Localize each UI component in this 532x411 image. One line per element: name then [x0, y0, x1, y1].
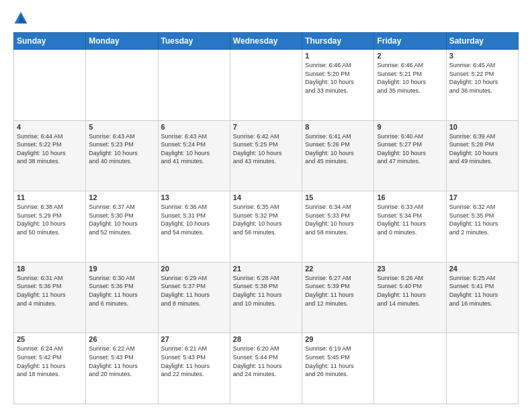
day-info: Sunrise: 6:46 AM Sunset: 5:20 PM Dayligh… [305, 61, 371, 95]
day-info: Sunrise: 6:34 AM Sunset: 5:33 PM Dayligh… [305, 203, 371, 236]
calendar-cell: 11Sunrise: 6:38 AM Sunset: 5:29 PM Dayli… [14, 191, 86, 263]
day-info: Sunrise: 6:40 AM Sunset: 5:27 PM Dayligh… [377, 132, 443, 166]
calendar-cell: 22Sunrise: 6:27 AM Sunset: 5:39 PM Dayli… [302, 262, 374, 333]
day-info: Sunrise: 6:25 AM Sunset: 5:41 PM Dayligh… [449, 274, 515, 308]
logo [13, 11, 31, 26]
day-number: 7 [233, 123, 299, 131]
calendar-cell: 19Sunrise: 6:30 AM Sunset: 5:36 PM Dayli… [86, 262, 158, 333]
day-number: 15 [305, 193, 371, 201]
weekday-header-sunday: Sunday [14, 33, 86, 50]
weekday-header-wednesday: Wednesday [230, 33, 302, 50]
week-row-3: 18Sunrise: 6:31 AM Sunset: 5:36 PM Dayli… [14, 262, 519, 333]
calendar-cell: 21Sunrise: 6:28 AM Sunset: 5:38 PM Dayli… [230, 262, 302, 333]
day-info: Sunrise: 6:46 AM Sunset: 5:21 PM Dayligh… [377, 61, 443, 95]
day-info: Sunrise: 6:21 AM Sunset: 5:43 PM Dayligh… [161, 345, 227, 378]
logo-icon [13, 11, 28, 26]
day-number: 25 [17, 335, 83, 343]
calendar-cell: 1Sunrise: 6:46 AM Sunset: 5:20 PM Daylig… [302, 50, 374, 121]
day-number: 13 [161, 193, 227, 201]
header [13, 11, 519, 26]
day-info: Sunrise: 6:30 AM Sunset: 5:36 PM Dayligh… [89, 274, 154, 308]
day-info: Sunrise: 6:22 AM Sunset: 5:43 PM Dayligh… [89, 345, 154, 378]
day-info: Sunrise: 6:44 AM Sunset: 5:22 PM Dayligh… [17, 132, 83, 166]
calendar-cell: 18Sunrise: 6:31 AM Sunset: 5:36 PM Dayli… [14, 262, 86, 333]
calendar-cell: 17Sunrise: 6:32 AM Sunset: 5:35 PM Dayli… [446, 191, 518, 263]
calendar-cell: 25Sunrise: 6:24 AM Sunset: 5:42 PM Dayli… [14, 333, 86, 404]
week-row-4: 25Sunrise: 6:24 AM Sunset: 5:42 PM Dayli… [14, 333, 519, 404]
day-number: 8 [305, 123, 371, 131]
calendar-cell [158, 50, 230, 121]
weekday-header-thursday: Thursday [302, 33, 374, 50]
day-number: 5 [89, 123, 154, 131]
day-number: 12 [89, 193, 154, 201]
day-number: 26 [89, 335, 154, 343]
day-number: 18 [17, 265, 83, 273]
week-row-0: 1Sunrise: 6:46 AM Sunset: 5:20 PM Daylig… [14, 50, 519, 121]
day-info: Sunrise: 6:32 AM Sunset: 5:35 PM Dayligh… [449, 203, 515, 236]
calendar-cell: 28Sunrise: 6:20 AM Sunset: 5:44 PM Dayli… [230, 333, 302, 404]
calendar-cell: 23Sunrise: 6:26 AM Sunset: 5:40 PM Dayli… [374, 262, 446, 333]
day-number: 14 [233, 193, 299, 201]
day-number: 9 [377, 123, 443, 131]
calendar-cell: 10Sunrise: 6:39 AM Sunset: 5:28 PM Dayli… [446, 120, 518, 191]
day-number: 2 [377, 52, 443, 60]
day-info: Sunrise: 6:31 AM Sunset: 5:36 PM Dayligh… [17, 274, 83, 308]
day-number: 27 [161, 335, 227, 343]
day-info: Sunrise: 6:36 AM Sunset: 5:31 PM Dayligh… [161, 203, 227, 236]
calendar-cell: 7Sunrise: 6:42 AM Sunset: 5:25 PM Daylig… [230, 120, 302, 191]
day-info: Sunrise: 6:26 AM Sunset: 5:40 PM Dayligh… [377, 274, 443, 308]
calendar-cell: 9Sunrise: 6:40 AM Sunset: 5:27 PM Daylig… [374, 120, 446, 191]
calendar-cell [86, 50, 158, 121]
day-number: 20 [161, 265, 227, 273]
calendar-cell: 29Sunrise: 6:19 AM Sunset: 5:45 PM Dayli… [302, 333, 374, 404]
day-number: 23 [377, 265, 443, 273]
weekday-header-tuesday: Tuesday [158, 33, 230, 50]
calendar-cell: 6Sunrise: 6:43 AM Sunset: 5:24 PM Daylig… [158, 120, 230, 191]
day-info: Sunrise: 6:20 AM Sunset: 5:44 PM Dayligh… [233, 345, 299, 378]
day-info: Sunrise: 6:35 AM Sunset: 5:32 PM Dayligh… [233, 203, 299, 236]
day-number: 3 [449, 52, 515, 60]
day-number: 11 [17, 193, 83, 201]
calendar-cell: 13Sunrise: 6:36 AM Sunset: 5:31 PM Dayli… [158, 191, 230, 263]
day-info: Sunrise: 6:38 AM Sunset: 5:29 PM Dayligh… [17, 203, 83, 236]
day-number: 1 [305, 52, 371, 60]
day-info: Sunrise: 6:41 AM Sunset: 5:26 PM Dayligh… [305, 132, 371, 166]
day-info: Sunrise: 6:33 AM Sunset: 5:34 PM Dayligh… [377, 203, 443, 236]
calendar-cell [230, 50, 302, 121]
day-info: Sunrise: 6:19 AM Sunset: 5:45 PM Dayligh… [305, 345, 371, 378]
day-info: Sunrise: 6:42 AM Sunset: 5:25 PM Dayligh… [233, 132, 299, 166]
day-info: Sunrise: 6:43 AM Sunset: 5:23 PM Dayligh… [89, 132, 154, 166]
calendar-cell [374, 333, 446, 404]
calendar-cell: 27Sunrise: 6:21 AM Sunset: 5:43 PM Dayli… [158, 333, 230, 404]
day-number: 22 [305, 265, 371, 273]
day-number: 19 [89, 265, 154, 273]
day-info: Sunrise: 6:27 AM Sunset: 5:39 PM Dayligh… [305, 274, 371, 308]
calendar-cell: 2Sunrise: 6:46 AM Sunset: 5:21 PM Daylig… [374, 50, 446, 121]
day-info: Sunrise: 6:39 AM Sunset: 5:28 PM Dayligh… [449, 132, 515, 166]
day-number: 6 [161, 123, 227, 131]
day-number: 16 [377, 193, 443, 201]
week-row-2: 11Sunrise: 6:38 AM Sunset: 5:29 PM Dayli… [14, 191, 519, 263]
day-number: 28 [233, 335, 299, 343]
calendar-table: SundayMondayTuesdayWednesdayThursdayFrid… [13, 32, 519, 404]
calendar-cell: 4Sunrise: 6:44 AM Sunset: 5:22 PM Daylig… [14, 120, 86, 191]
calendar-cell: 20Sunrise: 6:29 AM Sunset: 5:37 PM Dayli… [158, 262, 230, 333]
calendar-cell: 8Sunrise: 6:41 AM Sunset: 5:26 PM Daylig… [302, 120, 374, 191]
day-number: 10 [449, 123, 515, 131]
calendar-cell: 14Sunrise: 6:35 AM Sunset: 5:32 PM Dayli… [230, 191, 302, 263]
day-info: Sunrise: 6:24 AM Sunset: 5:42 PM Dayligh… [17, 345, 83, 378]
calendar-cell: 3Sunrise: 6:45 AM Sunset: 5:22 PM Daylig… [446, 50, 518, 121]
calendar-cell: 12Sunrise: 6:37 AM Sunset: 5:30 PM Dayli… [86, 191, 158, 263]
weekday-header-saturday: Saturday [446, 33, 518, 50]
calendar-cell: 5Sunrise: 6:43 AM Sunset: 5:23 PM Daylig… [86, 120, 158, 191]
calendar-cell: 16Sunrise: 6:33 AM Sunset: 5:34 PM Dayli… [374, 191, 446, 263]
calendar-cell [446, 333, 518, 404]
calendar-cell [14, 50, 86, 121]
day-info: Sunrise: 6:28 AM Sunset: 5:38 PM Dayligh… [233, 274, 299, 308]
day-number: 29 [305, 335, 371, 343]
page: SundayMondayTuesdayWednesdayThursdayFrid… [0, 0, 532, 411]
calendar-cell: 26Sunrise: 6:22 AM Sunset: 5:43 PM Dayli… [86, 333, 158, 404]
day-number: 4 [17, 123, 83, 131]
weekday-header-monday: Monday [86, 33, 158, 50]
day-number: 21 [233, 265, 299, 273]
